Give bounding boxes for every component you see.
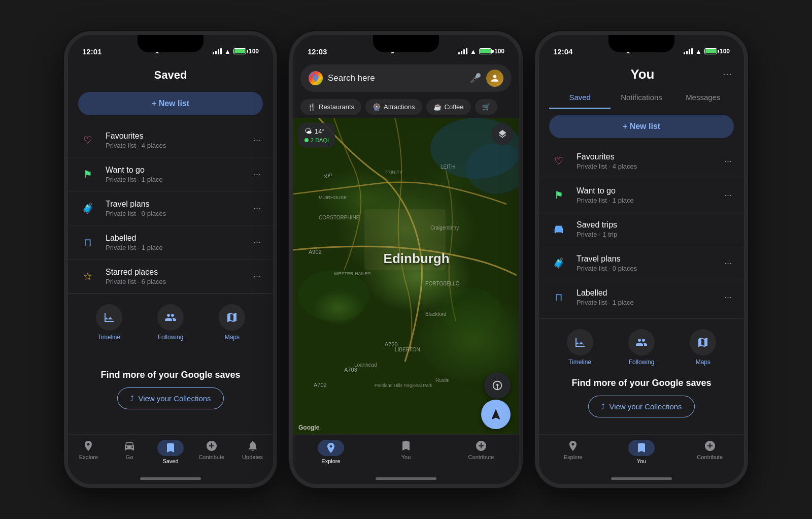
chip-restaurants[interactable]: 🍴 Restaurants [300,99,361,115]
svg-text:LEITH: LEITH [441,164,455,170]
direction-fab[interactable] [481,400,511,429]
new-list-button-3[interactable]: + New list [549,115,734,138]
list-item-wanttogo-1[interactable]: ⚑ Want to go Private list · 1 place ··· [68,157,273,191]
list-item-travelplans-1[interactable]: 🧳 Travel plans Private list · 0 places ·… [68,191,273,225]
you-nav-icon-3 [628,440,655,456]
maps-icon-1 [219,304,245,331]
travelplans-more-1[interactable]: ··· [251,201,263,216]
mic-icon[interactable]: 🎤 [470,73,481,84]
coffee-icon: ☕ [433,103,442,111]
home-indicator-1 [140,477,201,480]
find-more-section-1: Find more of your Google saves ⤴ View yo… [68,347,273,434]
nav-you-3[interactable]: You [607,440,676,464]
layers-button[interactable] [491,123,514,145]
favourites-more-1[interactable]: ··· [251,133,263,148]
list-item-starred-1[interactable]: ☆ Starred places Private list · 6 places… [68,260,273,294]
contribute-nav-icon-3 [704,440,716,452]
air-quality-dot [304,138,309,142]
maps-icon-3 [690,329,716,355]
view-collections-button-1[interactable]: ⤴ View your Collections [117,387,223,409]
maps-link-3[interactable]: Maps [690,329,716,366]
travelplans-meta-1: Private list · 0 places [106,210,243,217]
following-link-3[interactable]: Following [628,329,655,366]
labelled-more-1[interactable]: ··· [251,235,263,250]
tab-saved[interactable]: Saved [549,89,611,109]
explore-nav-icon-1 [82,440,94,452]
maps-link-1[interactable]: Maps [219,304,245,341]
svg-text:A90: A90 [322,171,333,180]
favourites-info-1: Favourites Private list · 4 places [106,132,243,149]
wanttogo-meta-1: Private list · 1 place [106,176,243,183]
following-link-1[interactable]: Following [157,304,184,341]
nav-explore-3[interactable]: Explore [539,440,607,464]
chip-coffee[interactable]: ☕ Coffee [426,99,471,115]
nav-you-2[interactable]: You [368,440,444,464]
starred-more-1[interactable]: ··· [251,269,263,284]
battery-icon-2 [479,48,492,54]
phone-3: 12:04 ▲ ▲ 100 You ··· Saved Notification… [535,31,748,488]
chip-shopping[interactable]: 🛒 [475,99,497,115]
starred-icon-1: ☆ [78,267,97,286]
wanttogo-more-3[interactable]: ··· [722,188,734,203]
list-item-savedtrips-3[interactable]: Saved trips Private · 1 trip [539,212,744,246]
savedtrips-icon-3 [549,219,568,239]
labelled-more-3[interactable]: ··· [722,290,734,305]
restaurants-icon: 🍴 [308,103,316,111]
tab-notifications[interactable]: Notifications [611,89,672,109]
maps-label-1: Maps [225,334,240,341]
svg-text:PORTOBELLO: PORTOBELLO [425,281,460,286]
wifi-icon-2: ▲ [470,48,477,55]
starred-name-1: Starred places [106,268,243,277]
weather-temp: 🌤 14° [304,127,329,135]
nav-contribute-3[interactable]: Contribute [675,440,744,464]
tab-messages[interactable]: Messages [672,89,734,109]
timeline-icon-3 [567,329,593,355]
nav-explore-2[interactable]: Explore [293,440,368,464]
svg-text:Roslin: Roslin [435,377,450,383]
timeline-link-3[interactable]: Timeline [567,329,593,366]
list-item-labelled-1[interactable]: ⊓ Labelled Private list · 1 place ··· [68,225,273,260]
nav-contribute-2[interactable]: Contribute [444,440,519,464]
chip-attractions[interactable]: 🎡 Attractions [365,99,422,115]
nav-saved-1[interactable]: Saved [150,440,191,464]
navigation-fab[interactable] [484,372,511,399]
timeline-label-3: Timeline [568,359,591,366]
nav-explore-1[interactable]: Explore [68,440,109,464]
list-item-wanttogo-3[interactable]: ⚑ Want to go Private list · 1 place ··· [539,178,744,212]
saved-title: Saved [68,60,273,88]
labelled-name-1: Labelled [106,234,243,243]
nav-updates-1[interactable]: Updates [232,440,273,464]
list-item-travelplans-3[interactable]: 🧳 Travel plans Private list · 0 places ·… [539,246,744,280]
search-input-2[interactable]: Search here [328,73,465,83]
svg-point-3 [298,270,369,321]
labelled-info-3: Labelled Private list · 1 place [577,288,714,306]
wifi-icon-1: ▲ [224,48,231,55]
wanttogo-more-1[interactable]: ··· [251,167,263,182]
list-item-labelled-3[interactable]: ⊓ Labelled Private list · 1 place ··· [539,280,744,314]
signal-icon-3 [684,48,693,54]
status-time-2: 12:03 [308,47,327,56]
timeline-link-1[interactable]: Timeline [96,304,122,341]
timeline-icon-1 [96,304,122,331]
favourites-more-3[interactable]: ··· [722,154,734,169]
travelplans-name-1: Travel plans [106,200,243,209]
new-list-button-1[interactable]: + New list [78,92,263,115]
phone-1: 12:01 ▲ ▲ 100 Saved + New list ♡ Favouri… [64,31,277,488]
you-more-button[interactable]: ··· [721,66,734,83]
list-item-favourites-1[interactable]: ♡ Favourites Private list · 4 places ··· [68,123,273,157]
nav-contribute-label-1: Contribute [198,454,224,460]
map-container[interactable]: A90 A902 A720 A703 A702 LEITH CORSTORPHI… [293,118,519,434]
nav-updates-label-1: Updates [242,454,263,460]
nav-go-1[interactable]: Go [109,440,150,464]
you-nav-icon-2 [400,440,412,452]
list-item-favourites-3[interactable]: ♡ Favourites Private list · 4 places ··· [539,144,744,178]
phone-notch-1 [138,35,204,52]
savedtrips-meta-3: Private · 1 trip [577,231,734,238]
search-bar-2[interactable]: Search here 🎤 [300,64,512,92]
nav-contribute-1[interactable]: Contribute [191,440,232,464]
travelplans-more-3[interactable]: ··· [722,256,734,271]
view-collections-button-3[interactable]: ⤴ View your Collections [588,396,694,417]
wanttogo-name-1: Want to go [106,166,243,175]
user-avatar-2[interactable] [486,70,503,87]
maps-label-3: Maps [696,359,710,366]
